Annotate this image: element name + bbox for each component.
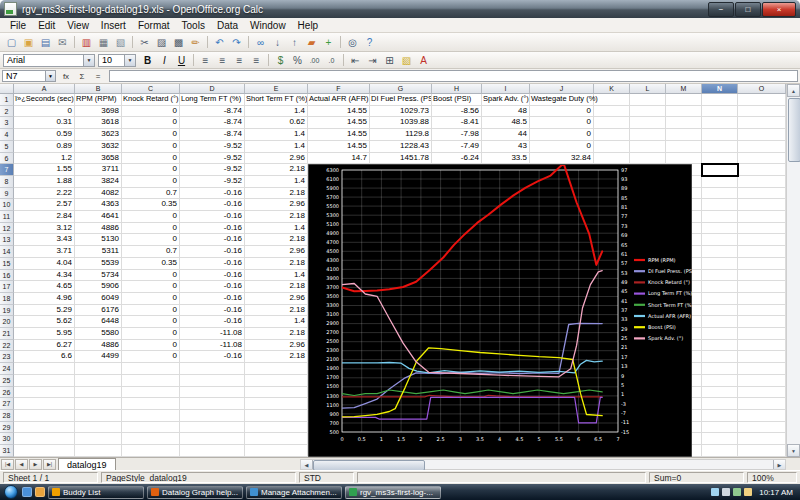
column-header-O[interactable]: O [738, 84, 786, 94]
minimize-button[interactable]: − [708, 2, 734, 17]
align-right-icon[interactable]: ≡ [231, 53, 248, 68]
cell[interactable] [702, 375, 738, 387]
align-justify-icon[interactable]: ≡ [248, 53, 265, 68]
row-header[interactable]: 11 [0, 211, 14, 223]
row-header[interactable]: 21 [0, 328, 14, 340]
cell[interactable] [630, 129, 666, 141]
cell[interactable]: -9.52 [180, 164, 245, 176]
column-header-D[interactable]: D [180, 84, 245, 94]
cell[interactable]: 43 [482, 141, 530, 153]
combo-arrow-icon[interactable]: ▼ [124, 55, 135, 66]
cell[interactable]: 3.71 [14, 246, 75, 258]
cell[interactable]: 5.29 [14, 305, 75, 317]
cell[interactable]: -9.52 [180, 153, 245, 165]
cell[interactable]: -0.16 [180, 246, 245, 258]
column-header-G[interactable]: G [370, 84, 432, 94]
cell[interactable]: -8.74 [180, 117, 245, 129]
menu-insert[interactable]: Insert [95, 20, 132, 31]
cell[interactable] [630, 141, 666, 153]
cell[interactable]: 0 [530, 141, 594, 153]
cell[interactable]: 1.4 [245, 129, 308, 141]
cell[interactable]: 0 [122, 340, 180, 352]
tray-icon[interactable] [722, 488, 730, 496]
cell[interactable]: 4886 [75, 340, 122, 352]
cell[interactable] [245, 398, 308, 410]
cell[interactable]: 2.18 [245, 188, 308, 200]
font-size-combo[interactable]: 10 ▼ [98, 54, 136, 67]
cell[interactable]: 0 [530, 106, 594, 118]
cell[interactable] [14, 387, 75, 399]
cell[interactable]: 0 [122, 234, 180, 246]
cell[interactable] [75, 375, 122, 387]
export-pdf-icon[interactable]: ▥ [78, 35, 95, 50]
cell[interactable]: 0 [122, 293, 180, 305]
cell[interactable]: 2.18 [245, 305, 308, 317]
cell[interactable]: -7.49 [432, 141, 482, 153]
cell[interactable] [738, 106, 786, 118]
cell[interactable]: 5.62 [14, 316, 75, 328]
cell[interactable] [702, 305, 738, 317]
function-button[interactable]: = [90, 70, 106, 82]
cell[interactable] [594, 129, 630, 141]
horizontal-scrollbar[interactable]: ◀ ▶ [300, 459, 786, 470]
cell[interactable]: -0.16 [180, 258, 245, 270]
function-wizard-button[interactable]: fx [58, 70, 74, 82]
delete-decimal-icon[interactable]: .0 [323, 53, 340, 68]
cell[interactable]: 5734 [75, 270, 122, 282]
start-button[interactable] [4, 485, 18, 499]
menu-data[interactable]: Data [211, 20, 244, 31]
email-icon[interactable]: ✉ [54, 35, 71, 50]
print-preview-icon[interactable]: ▧ [112, 35, 129, 50]
cell[interactable]: 0.59 [14, 129, 75, 141]
column-header-B[interactable]: B [75, 84, 122, 94]
cell[interactable]: -9.52 [180, 176, 245, 188]
cell[interactable]: 4.34 [14, 270, 75, 282]
navigator-icon[interactable]: + [320, 35, 337, 50]
cell[interactable] [75, 398, 122, 410]
cell[interactable]: 6.6 [14, 351, 75, 363]
cell[interactable] [75, 445, 122, 457]
scroll-down-icon[interactable]: ▼ [787, 444, 800, 457]
cell[interactable]: 1029.73 [370, 106, 432, 118]
cell[interactable] [666, 129, 702, 141]
column-header-L[interactable]: L [630, 84, 666, 94]
cell[interactable] [738, 188, 786, 200]
cell[interactable] [14, 422, 75, 434]
cell[interactable]: 1.4 [245, 141, 308, 153]
cell[interactable] [702, 445, 738, 457]
cell[interactable] [666, 141, 702, 153]
cell[interactable]: 3658 [75, 153, 122, 165]
quick-launch-icon[interactable] [22, 487, 32, 497]
cell[interactable] [245, 387, 308, 399]
cell[interactable]: 4.96 [14, 293, 75, 305]
cell[interactable]: 6049 [75, 293, 122, 305]
cell[interactable]: 5580 [75, 328, 122, 340]
cell[interactable]: 1228.43 [370, 141, 432, 153]
cell[interactable]: ï»¿Seconds (sec) [14, 94, 75, 106]
cell[interactable] [738, 387, 786, 399]
first-sheet-button[interactable]: |◀ [1, 459, 14, 470]
cell[interactable] [738, 153, 786, 165]
sum-button[interactable]: Σ [74, 70, 90, 82]
column-header-M[interactable]: M [666, 84, 702, 94]
sort-descending-icon[interactable]: ↑ [286, 35, 303, 50]
undo-icon[interactable]: ↶ [211, 35, 228, 50]
cell[interactable]: 6.27 [14, 340, 75, 352]
cell[interactable]: Actual AFR (AFR) [308, 94, 370, 106]
cell[interactable]: 2.96 [245, 293, 308, 305]
name-box[interactable]: N7 ▼ [2, 70, 56, 82]
paste-icon[interactable]: ▩ [170, 35, 187, 50]
cell[interactable] [738, 94, 786, 106]
column-header-C[interactable]: C [122, 84, 180, 94]
cell[interactable]: 6448 [75, 316, 122, 328]
column-header-E[interactable]: E [245, 84, 308, 94]
cell[interactable]: 5906 [75, 281, 122, 293]
cell[interactable] [702, 422, 738, 434]
cell[interactable]: -6.24 [432, 153, 482, 165]
print-icon[interactable]: ▦ [95, 35, 112, 50]
cell[interactable]: -0.16 [180, 270, 245, 282]
menu-window[interactable]: Window [244, 20, 292, 31]
cell[interactable]: 4363 [75, 199, 122, 211]
cell[interactable]: 0 [122, 316, 180, 328]
cell[interactable]: 0.31 [14, 117, 75, 129]
